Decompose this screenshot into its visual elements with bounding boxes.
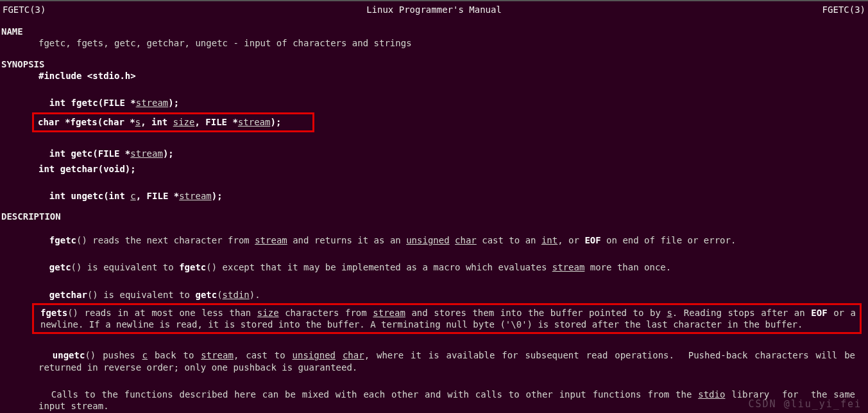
desc-text: and stores them into the buffer pointed … [405,308,667,318]
proto-getchar: int getchar(void); [0,163,868,175]
u-int: int [541,235,557,245]
desc-text: ( [217,290,222,300]
desc-text: ). [250,290,260,300]
arg-stream: stream [136,98,169,108]
desc-text: () except that it may be implemented as … [206,262,552,272]
proto-fgetc: int fgetc(FILE *stream); [0,85,868,109]
arg-c: c [130,191,135,201]
desc-text: Calls to the functions described here ca… [51,389,698,400]
proto-ungetc: int ungetc(int c, FILE *stream); [0,179,868,202]
u-stdin: stdin [223,290,250,300]
desc-calls: Calls to the functions described here ca… [0,377,868,412]
u-s: s [667,308,672,318]
desc-fgetc: fgetc() reads the next character from st… [0,223,868,246]
fn-name: ungetc [53,350,85,360]
section-synopsis-head: SYNOPSIS [0,58,868,70]
b-getc: getc [195,290,217,300]
section-name-head: NAME [0,26,868,37]
desc-text: , cast to [234,350,293,360]
arg-stream: stream [238,117,271,127]
proto-text: int fgetc(FILE * [49,98,136,108]
desc-text: () is equivalent to [87,290,196,300]
b-eof: EOF [811,308,827,318]
b-fgetc: fgetc [179,262,206,272]
proto-text: ); [163,148,174,159]
fn-name: fgets [40,308,67,318]
desc-text: . Reading stops after an [672,308,811,318]
arg-s: s [135,117,140,127]
header-right: FGETC(3) [822,4,865,15]
highlight-fgets-prototype: char *fgets(char *s, int size, FILE *str… [32,112,314,132]
u-stream: stream [255,235,287,245]
u-stream: stream [373,308,405,318]
desc-text [336,350,343,360]
man-header-line: FGETC(3) Linux Programmer's Manual FGETC… [0,4,868,15]
u-stream: stream [552,262,585,272]
proto-text: , FILE * [194,117,237,127]
u-unsigned: unsigned [406,235,449,245]
u-c: c [142,350,148,360]
u-char: char [343,350,364,360]
arg-size: size [173,117,195,127]
include-line: #include <stdio.h> [0,70,868,82]
watermark: CSDN @liu_yi_fei [749,398,862,411]
u-size: size [257,308,279,318]
header-left: FGETC(3) [3,4,46,15]
desc-text: cast to an [477,235,541,245]
desc-getc: getc() is equivalent to fgetc() except t… [0,250,868,273]
u-char: char [455,235,477,245]
desc-text: back to [148,350,201,360]
u-stdio: stdio [698,389,725,400]
proto-getc: int getc(FILE *stream); [0,136,868,159]
highlight-fgets-description: fgets() reads in at most one less than s… [32,303,862,334]
fn-name: getchar [49,290,87,300]
u-unsigned: unsigned [293,350,336,360]
proto-text: ); [168,98,179,108]
desc-text: , or [557,235,584,245]
fn-name: getc [49,262,71,272]
arg-stream: stream [179,191,212,201]
fn-name: fgetc [49,235,76,245]
desc-text: characters from [279,308,373,318]
desc-text: and returns it as an [287,235,406,245]
u-stream: stream [201,350,234,360]
section-description-head: DESCRIPTION [0,211,868,222]
desc-ungetc: ungetc() pushes c back to stream, cast t… [0,338,868,373]
desc-text: () reads the next character from [76,235,255,245]
desc-getchar: getchar() is equivalent to getc(stdin). [0,277,868,300]
proto-text: char *fgets(char * [38,117,135,127]
desc-text: () reads in at most one less than [67,308,257,318]
desc-text [450,235,455,245]
name-line: fgetc, fgets, getc, getchar, ungetc - in… [0,37,868,49]
b-eof: EOF [584,235,600,245]
proto-text: ); [270,117,281,127]
desc-text: () pushes [85,350,142,360]
header-center: Linux Programmer's Manual [366,4,502,15]
proto-text: , int [140,117,173,127]
desc-text: on end of file or error. [601,235,736,245]
proto-text: ); [212,191,223,201]
proto-text: int ungetc(int [49,191,130,201]
arg-stream: stream [130,148,163,159]
proto-text: int getc(FILE * [49,148,130,159]
proto-text: , FILE * [136,191,179,201]
desc-text: more than once. [584,262,671,272]
desc-text: () is equivalent to [71,262,180,272]
